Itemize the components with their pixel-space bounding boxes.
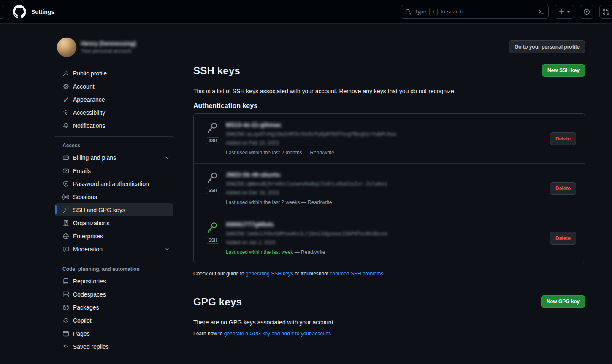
sidebar-item-label: Notifications	[73, 122, 105, 129]
settings-nav: Public profile Account Appearance Access…	[55, 67, 173, 353]
sidebar-item-label: Appearance	[73, 96, 105, 103]
authentication-keys-heading: Authentication keys	[193, 102, 585, 110]
global-header: Settings Type / to search	[0, 0, 612, 24]
common-ssh-problems-link[interactable]: common SSH problems	[330, 271, 384, 277]
ssh-key-row: SSH JM23-Sk-49-ubuntu SHA256:qWenuBjkrvH…	[194, 164, 585, 213]
sidebar-item-label: Repositories	[73, 278, 106, 285]
sidebar-divider	[55, 136, 173, 137]
generate-gpg-key-link[interactable]: generate a GPG key and add it to your ac…	[224, 331, 330, 337]
hamburger-menu-button[interactable]	[0, 5, 4, 19]
search-placeholder-prefix: Type	[414, 8, 426, 15]
gpg-learn-text: Learn how to generate a GPG key and add …	[193, 331, 585, 337]
sidebar-item-account[interactable]: Account	[55, 80, 173, 93]
new-ssh-key-button[interactable]: New SSH key	[542, 64, 585, 77]
ssh-key-last-used: Last used within the last week — Read/wr…	[226, 248, 543, 256]
ssh-keys-section: SSH keys New SSH key This is a list of S…	[193, 64, 585, 277]
sidebar-section-access: Access	[55, 141, 173, 151]
ssh-key-fingerprint: SHA256:imds1JtbvSdPnsoKs1Lrjbni2dgsnwsJ3…	[226, 230, 543, 237]
delete-ssh-key-button[interactable]: Delete	[550, 132, 576, 145]
sidebar-item-codespaces[interactable]: Codespaces	[55, 288, 173, 301]
pull-requests-button[interactable]	[599, 5, 612, 19]
sidebar-item-label: Codespaces	[73, 291, 106, 298]
sidebar-item-label: Public profile	[73, 70, 107, 77]
ssh-keys-heading: SSH keys	[193, 65, 240, 77]
shield-lock-icon	[62, 181, 69, 187]
new-gpg-key-button[interactable]: New GPG key	[541, 295, 585, 308]
sidebar-item-moderation[interactable]: Moderation	[55, 243, 173, 256]
global-search: Type / to search	[401, 5, 549, 19]
sidebar-item-label: Sessions	[73, 194, 97, 200]
plus-icon	[558, 8, 565, 15]
sidebar-item-label: Billing and plans	[73, 154, 116, 161]
chevron-down-icon	[165, 155, 170, 160]
ssh-key-list: SSH MS13-4e-21-gthmac SHA256:aLxp4TvhgiO…	[193, 113, 585, 263]
sidebar-item-organizations[interactable]: Organizations	[55, 216, 173, 229]
sidebar-item-accessibility[interactable]: Accessibility	[55, 106, 173, 119]
profile-subtitle: Your personal account	[81, 48, 136, 55]
page-title: Settings	[31, 8, 54, 15]
sidebar-item-label: Pages	[73, 330, 90, 337]
ssh-badge: SSH	[206, 237, 220, 244]
credit-card-icon	[62, 154, 69, 161]
sidebar-item-label: Moderation	[73, 246, 103, 253]
sidebar-item-notifications[interactable]: Notifications	[55, 119, 173, 132]
ssh-key-icon	[206, 121, 219, 135]
ssh-guide-text: Check out our guide to generating SSH ke…	[193, 271, 585, 277]
sidebar-item-copilot[interactable]: Copilot	[55, 314, 173, 327]
globe-icon	[62, 233, 69, 240]
sidebar-item-label: Accessibility	[73, 109, 105, 116]
ssh-key-added-date: Added on Jan 2, 2024	[226, 239, 543, 246]
search-icon	[405, 8, 412, 15]
ssh-key-last-used: Last used within the last 2 months — Rea…	[226, 149, 543, 156]
delete-ssh-key-button[interactable]: Delete	[550, 182, 576, 195]
issue-opened-icon	[583, 8, 590, 15]
sidebar-item-appearance[interactable]: Appearance	[55, 93, 173, 106]
sidebar-section-code: Code, planning, and automation	[55, 264, 173, 275]
sidebar-item-label: Password and authentication	[73, 181, 149, 187]
sidebar-item-billing-and-plans[interactable]: Billing and plans	[55, 151, 173, 164]
organization-icon	[62, 220, 69, 226]
create-new-button[interactable]	[555, 5, 574, 19]
sidebar-item-label: Packages	[73, 304, 99, 311]
go-to-profile-button[interactable]: Go to your personal profile	[509, 40, 585, 53]
profile-name: Henry (hennessing)	[81, 40, 136, 48]
sidebar-item-packages[interactable]: Packages	[55, 301, 173, 314]
codespaces-icon	[62, 291, 69, 298]
github-logo[interactable]	[13, 5, 26, 19]
delete-ssh-key-button[interactable]: Delete	[550, 232, 576, 245]
sidebar-item-public-profile[interactable]: Public profile	[55, 67, 173, 80]
avatar[interactable]	[57, 37, 77, 57]
ssh-key-row: SSH MS13-4e-21-gthmac SHA256:aLxp4TvhgiO…	[194, 114, 585, 164]
sidebar-item-password-and-authentication[interactable]: Password and authentication	[55, 177, 173, 190]
sidebar-item-label: Emails	[73, 167, 91, 174]
mail-icon	[62, 167, 69, 174]
command-palette-button[interactable]	[534, 5, 548, 18]
sidebar-item-pages[interactable]: Pages	[55, 327, 173, 340]
sidebar-divider	[55, 260, 173, 260]
paintbrush-icon	[62, 96, 69, 103]
reply-icon	[62, 343, 69, 350]
generating-ssh-keys-link[interactable]: generating SSH keys	[246, 271, 293, 277]
sidebar-item-emails[interactable]: Emails	[55, 164, 173, 177]
command-palette-icon	[538, 8, 544, 15]
profile-card: Henry (hennessing) Your personal account	[55, 37, 173, 57]
ssh-key-added-date: Added on Feb 10, 2023	[226, 139, 543, 147]
pull-request-icon	[603, 8, 609, 15]
ssh-key-last-used: Last used within the last 2 weeks — Read…	[226, 199, 543, 206]
sidebar-item-enterprises[interactable]: Enterprises	[55, 229, 173, 243]
search-input[interactable]: Type / to search	[401, 5, 534, 18]
package-icon	[62, 304, 69, 311]
accessibility-icon	[62, 109, 69, 116]
person-icon	[62, 70, 69, 77]
hamburger-icon	[0, 8, 1, 16]
ssh-key-fingerprint: SHA256:qWenuBjkrvHnclxownvKw8qiTodrLs0uU…	[226, 180, 543, 188]
sidebar-item-label: Account	[73, 83, 95, 90]
sidebar-item-repositories[interactable]: Repositories	[55, 275, 173, 288]
sidebar-item-saved-replies[interactable]: Saved replies	[55, 340, 173, 353]
issues-button[interactable]	[580, 5, 593, 19]
chevron-down-icon	[165, 247, 170, 252]
browser-icon	[62, 330, 69, 337]
settings-page: Henry (hennessing) Your personal account…	[55, 24, 585, 353]
sidebar-item-sessions[interactable]: Sessions	[55, 190, 173, 203]
sidebar-item-ssh-and-gpg-keys[interactable]: SSH and GPG keys	[55, 203, 173, 216]
